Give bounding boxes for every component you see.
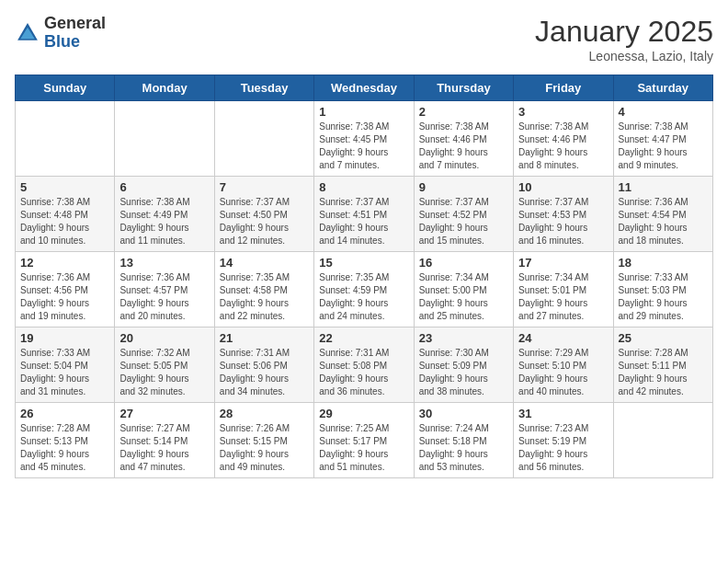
day-info: Sunrise: 7:37 AM Sunset: 4:50 PM Dayligh… <box>220 196 309 247</box>
logo-blue: Blue <box>44 33 106 52</box>
logo: General Blue <box>15 15 106 52</box>
day-number: 23 <box>419 331 508 345</box>
day-number: 12 <box>20 256 109 270</box>
weekday-header-row: SundayMondayTuesdayWednesdayThursdayFrid… <box>16 75 713 101</box>
day-number: 10 <box>518 180 608 194</box>
calendar-cell: 16Sunrise: 7:34 AM Sunset: 5:00 PM Dayli… <box>414 252 513 327</box>
day-info: Sunrise: 7:29 AM Sunset: 5:10 PM Dayligh… <box>518 347 608 398</box>
day-number: 1 <box>319 105 408 119</box>
day-info: Sunrise: 7:33 AM Sunset: 5:03 PM Dayligh… <box>619 271 708 323</box>
day-info: Sunrise: 7:35 AM Sunset: 4:58 PM Dayligh… <box>220 271 309 323</box>
day-info: Sunrise: 7:27 AM Sunset: 5:14 PM Dayligh… <box>119 422 209 474</box>
calendar-cell: 9Sunrise: 7:37 AM Sunset: 4:52 PM Daylig… <box>414 177 513 252</box>
calendar-cell: 30Sunrise: 7:24 AM Sunset: 5:18 PM Dayli… <box>414 403 513 478</box>
logo-general: General <box>44 15 106 33</box>
day-number: 19 <box>20 331 109 345</box>
day-info: Sunrise: 7:26 AM Sunset: 5:15 PM Dayligh… <box>220 422 309 474</box>
day-info: Sunrise: 7:38 AM Sunset: 4:46 PM Dayligh… <box>419 121 508 172</box>
calendar-cell: 19Sunrise: 7:33 AM Sunset: 5:04 PM Dayli… <box>16 327 115 403</box>
day-number: 18 <box>619 256 708 270</box>
day-number: 21 <box>220 331 309 345</box>
calendar-cell: 3Sunrise: 7:38 AM Sunset: 4:46 PM Daylig… <box>514 101 613 177</box>
day-info: Sunrise: 7:34 AM Sunset: 5:00 PM Dayligh… <box>419 271 508 323</box>
day-number: 25 <box>619 331 708 345</box>
day-info: Sunrise: 7:37 AM Sunset: 4:52 PM Dayligh… <box>419 196 508 247</box>
page-header: General Blue January 2025 Leonessa, Lazi… <box>15 15 713 63</box>
calendar-cell <box>115 101 214 177</box>
weekday-header-friday: Friday <box>514 75 613 101</box>
title-block: January 2025 Leonessa, Lazio, Italy <box>535 15 713 63</box>
calendar-cell: 17Sunrise: 7:34 AM Sunset: 5:01 PM Dayli… <box>514 252 613 327</box>
day-number: 27 <box>119 407 209 420</box>
day-number: 22 <box>319 331 408 345</box>
day-number: 20 <box>119 331 209 345</box>
calendar-cell: 15Sunrise: 7:35 AM Sunset: 4:59 PM Dayli… <box>314 252 414 327</box>
day-info: Sunrise: 7:31 AM Sunset: 5:08 PM Dayligh… <box>319 347 408 398</box>
calendar-cell: 1Sunrise: 7:38 AM Sunset: 4:45 PM Daylig… <box>314 101 414 177</box>
calendar-cell <box>214 101 313 177</box>
calendar-cell: 23Sunrise: 7:30 AM Sunset: 5:09 PM Dayli… <box>414 327 513 403</box>
weekday-header-saturday: Saturday <box>613 75 712 101</box>
weekday-header-sunday: Sunday <box>16 75 115 101</box>
day-info: Sunrise: 7:31 AM Sunset: 5:06 PM Dayligh… <box>220 347 309 398</box>
calendar-cell: 2Sunrise: 7:38 AM Sunset: 4:46 PM Daylig… <box>414 101 513 177</box>
calendar-week-row: 19Sunrise: 7:33 AM Sunset: 5:04 PM Dayli… <box>16 327 713 403</box>
calendar-week-row: 1Sunrise: 7:38 AM Sunset: 4:45 PM Daylig… <box>16 101 713 177</box>
day-info: Sunrise: 7:30 AM Sunset: 5:09 PM Dayligh… <box>419 347 508 398</box>
day-info: Sunrise: 7:38 AM Sunset: 4:45 PM Dayligh… <box>319 121 408 172</box>
calendar-week-row: 5Sunrise: 7:38 AM Sunset: 4:48 PM Daylig… <box>16 177 713 252</box>
day-number: 11 <box>619 180 708 194</box>
day-number: 6 <box>119 180 209 194</box>
day-number: 15 <box>319 256 408 270</box>
day-number: 14 <box>220 256 309 270</box>
day-number: 3 <box>518 105 608 119</box>
weekday-header-thursday: Thursday <box>414 75 513 101</box>
calendar-cell: 6Sunrise: 7:38 AM Sunset: 4:49 PM Daylig… <box>115 177 214 252</box>
logo-icon <box>15 20 40 46</box>
weekday-header-monday: Monday <box>115 75 214 101</box>
day-number: 5 <box>20 180 109 194</box>
calendar-cell: 27Sunrise: 7:27 AM Sunset: 5:14 PM Dayli… <box>115 403 214 478</box>
weekday-header-wednesday: Wednesday <box>314 75 414 101</box>
calendar-week-row: 26Sunrise: 7:28 AM Sunset: 5:13 PM Dayli… <box>16 403 713 478</box>
calendar-cell: 26Sunrise: 7:28 AM Sunset: 5:13 PM Dayli… <box>16 403 115 478</box>
day-number: 8 <box>319 180 408 194</box>
calendar-cell: 18Sunrise: 7:33 AM Sunset: 5:03 PM Dayli… <box>613 252 712 327</box>
calendar-cell: 22Sunrise: 7:31 AM Sunset: 5:08 PM Dayli… <box>314 327 414 403</box>
day-info: Sunrise: 7:34 AM Sunset: 5:01 PM Dayligh… <box>518 271 608 323</box>
day-info: Sunrise: 7:25 AM Sunset: 5:17 PM Dayligh… <box>319 422 408 474</box>
day-number: 13 <box>119 256 209 270</box>
calendar-cell: 12Sunrise: 7:36 AM Sunset: 4:56 PM Dayli… <box>16 252 115 327</box>
day-info: Sunrise: 7:37 AM Sunset: 4:51 PM Dayligh… <box>319 196 408 247</box>
day-info: Sunrise: 7:32 AM Sunset: 5:05 PM Dayligh… <box>119 347 209 398</box>
day-number: 29 <box>319 407 408 420</box>
day-number: 4 <box>619 105 708 119</box>
calendar-cell: 14Sunrise: 7:35 AM Sunset: 4:58 PM Dayli… <box>214 252 313 327</box>
day-info: Sunrise: 7:35 AM Sunset: 4:59 PM Dayligh… <box>319 271 408 323</box>
calendar-cell: 4Sunrise: 7:38 AM Sunset: 4:47 PM Daylig… <box>613 101 712 177</box>
day-info: Sunrise: 7:23 AM Sunset: 5:19 PM Dayligh… <box>518 422 608 474</box>
month-title: January 2025 <box>535 15 713 49</box>
day-number: 24 <box>518 331 608 345</box>
day-info: Sunrise: 7:38 AM Sunset: 4:47 PM Dayligh… <box>619 121 708 172</box>
day-number: 16 <box>419 256 508 270</box>
calendar-cell: 11Sunrise: 7:36 AM Sunset: 4:54 PM Dayli… <box>613 177 712 252</box>
day-number: 31 <box>518 407 608 420</box>
calendar-cell: 8Sunrise: 7:37 AM Sunset: 4:51 PM Daylig… <box>314 177 414 252</box>
day-info: Sunrise: 7:33 AM Sunset: 5:04 PM Dayligh… <box>20 347 109 398</box>
calendar-cell: 25Sunrise: 7:28 AM Sunset: 5:11 PM Dayli… <box>613 327 712 403</box>
day-number: 28 <box>220 407 309 420</box>
day-info: Sunrise: 7:28 AM Sunset: 5:13 PM Dayligh… <box>20 422 109 474</box>
day-info: Sunrise: 7:28 AM Sunset: 5:11 PM Dayligh… <box>619 347 708 398</box>
calendar-cell: 7Sunrise: 7:37 AM Sunset: 4:50 PM Daylig… <box>214 177 313 252</box>
calendar-cell: 10Sunrise: 7:37 AM Sunset: 4:53 PM Dayli… <box>514 177 613 252</box>
calendar-cell: 20Sunrise: 7:32 AM Sunset: 5:05 PM Dayli… <box>115 327 214 403</box>
day-info: Sunrise: 7:38 AM Sunset: 4:48 PM Dayligh… <box>20 196 109 247</box>
day-number: 7 <box>220 180 309 194</box>
day-info: Sunrise: 7:38 AM Sunset: 4:49 PM Dayligh… <box>119 196 209 247</box>
logo-text: General Blue <box>44 15 106 52</box>
location-subtitle: Leonessa, Lazio, Italy <box>535 49 713 63</box>
day-info: Sunrise: 7:38 AM Sunset: 4:46 PM Dayligh… <box>518 121 608 172</box>
day-info: Sunrise: 7:24 AM Sunset: 5:18 PM Dayligh… <box>419 422 508 474</box>
day-number: 26 <box>20 407 109 420</box>
